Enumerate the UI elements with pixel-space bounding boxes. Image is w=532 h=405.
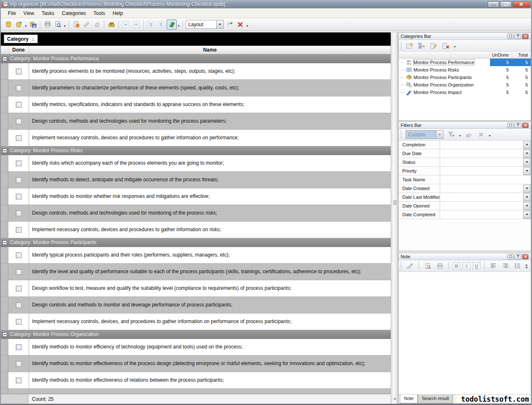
filter-value-cell[interactable]: [440, 202, 523, 210]
note-tab-search-result[interactable]: Search result: [418, 395, 453, 403]
collapse-icon[interactable]: –: [2, 332, 7, 337]
category-tree-row[interactable]: Monitor Process Performance55: [399, 59, 531, 66]
task-checkbox[interactable]: [16, 319, 22, 325]
panel-pin-button[interactable]: [515, 254, 521, 259]
panel-minimize-button[interactable]: [507, 254, 514, 259]
task-checkbox[interactable]: [16, 361, 22, 367]
category-group-row[interactable]: –Category: Monitor Process Participants: [1, 238, 391, 247]
task-row[interactable]: Identify metrics, specifications, indica…: [1, 96, 391, 113]
menu-item-categories[interactable]: Categories: [58, 9, 90, 18]
filter-preset-dropdown-button[interactable]: [436, 131, 443, 138]
close-button[interactable]: [512, 1, 530, 7]
underline-button[interactable]: U: [473, 262, 480, 270]
open-database-button[interactable]: [14, 20, 24, 30]
menu-item-help[interactable]: Help: [109, 9, 127, 18]
task-checkbox[interactable]: [16, 302, 22, 308]
task-row[interactable]: Identify methods to monitor efficiency o…: [1, 339, 391, 356]
task-row[interactable]: Identify process elements to be monitore…: [1, 63, 391, 80]
categories-toolbar-dropdown[interactable]: ▾: [453, 43, 456, 51]
collapse-icon[interactable]: –: [2, 240, 7, 245]
filter-dropdown-button[interactable]: [523, 211, 530, 219]
task-checkbox[interactable]: [16, 85, 22, 91]
filter-dropdown-button[interactable]: [523, 158, 530, 166]
task-checkbox[interactable]: [16, 378, 22, 383]
find-button[interactable]: [106, 20, 116, 30]
move-task-button[interactable]: [92, 20, 102, 30]
filter-dropdown-button[interactable]: [523, 185, 530, 193]
filter-dropdown-button[interactable]: [523, 193, 530, 201]
toolbar-overflow-dropdown[interactable]: ▾: [246, 22, 249, 30]
task-row[interactable]: Implement necessary controls, devices an…: [1, 130, 391, 146]
task-row[interactable]: Identify typical process participants an…: [1, 247, 391, 264]
task-row[interactable]: Implement necessary controls, devices an…: [1, 222, 391, 238]
task-checkbox[interactable]: [16, 135, 22, 141]
task-row[interactable]: Design controls and methods to monitor a…: [1, 297, 391, 314]
group-by-panel[interactable]: Category △: [1, 32, 391, 46]
menu-item-file[interactable]: File: [4, 9, 20, 18]
filter-value-cell[interactable]: [440, 175, 531, 184]
filter-dropdown-button[interactable]: [523, 167, 530, 175]
category-tree-row[interactable]: Monitor Process Impact55: [399, 89, 531, 96]
restore-button[interactable]: [500, 1, 512, 7]
new-database-button[interactable]: [3, 20, 13, 30]
task-checkbox[interactable]: [16, 102, 22, 108]
bullet-list-button[interactable]: [512, 262, 522, 271]
task-checkbox[interactable]: [16, 269, 22, 275]
apply-layout-button[interactable]: [225, 20, 235, 30]
vertical-splitter[interactable]: [391, 32, 398, 404]
task-row[interactable]: Design controls, methods and technologie…: [1, 205, 391, 222]
align-left-button[interactable]: [488, 262, 498, 271]
task-checkbox[interactable]: [16, 177, 22, 183]
filter-value-cell[interactable]: [440, 184, 523, 193]
task-checkbox[interactable]: [16, 252, 22, 258]
task-checkbox[interactable]: [16, 286, 22, 291]
open-database-dropdown[interactable]: ▾: [24, 22, 27, 30]
scroll-bottom-button[interactable]: [146, 20, 156, 30]
splitter-grip[interactable]: [393, 200, 397, 201]
chevron-down-icon[interactable]: [525, 267, 528, 269]
layout-view-dropdown[interactable]: ▾: [177, 22, 180, 30]
filter-preset-combobox[interactable]: Custom: [406, 130, 443, 139]
task-row[interactable]: Identify methods to monitor effectivenes…: [1, 372, 391, 389]
task-checkbox[interactable]: [16, 227, 22, 233]
menu-item-tools[interactable]: Tools: [90, 9, 109, 18]
filters-toolbar-dropdown[interactable]: ▾: [488, 132, 491, 140]
task-row[interactable]: Implement necessary controls, devices, a…: [1, 314, 391, 330]
layout-view-button[interactable]: [167, 20, 177, 30]
task-row[interactable]: Design workflow to test, measure and qua…: [1, 280, 391, 297]
panel-close-button[interactable]: [522, 123, 529, 128]
note-text-area[interactable]: [399, 272, 531, 394]
panel-pin-button[interactable]: [515, 123, 521, 128]
new-task-button[interactable]: [71, 20, 81, 30]
filter-dropdown-button[interactable]: [523, 150, 530, 158]
toolbar-grip[interactable]: [401, 42, 402, 49]
italic-button[interactable]: I: [463, 262, 470, 270]
note-print-button[interactable]: [435, 262, 445, 271]
filter-value-cell[interactable]: [440, 167, 523, 175]
scrollbar-down-button[interactable]: [392, 396, 397, 402]
task-checkbox[interactable]: [16, 69, 22, 74]
task-row[interactable]: Identify methods to monitor effectivenes…: [1, 356, 391, 372]
task-row[interactable]: Design controls, methods and technologie…: [1, 113, 391, 130]
task-checkbox[interactable]: [16, 119, 22, 124]
clear-filter-button[interactable]: [464, 130, 474, 139]
insert-link-button[interactable]: [405, 262, 415, 271]
name-column-header[interactable]: Name: [29, 47, 391, 53]
menu-item-tasks[interactable]: Tasks: [38, 9, 58, 18]
layout-combobox-button[interactable]: [216, 20, 223, 28]
menu-item-view[interactable]: View: [20, 9, 38, 18]
minimize-button[interactable]: [488, 1, 499, 7]
edit-category-button[interactable]: [429, 41, 439, 50]
filter-value-cell[interactable]: [440, 158, 523, 166]
note-tab-note[interactable]: Note: [400, 395, 418, 403]
panel-minimize-button[interactable]: [507, 34, 514, 39]
filter-dropdown-button[interactable]: [523, 202, 530, 210]
toolbar-overflow-icon[interactable]: »: [525, 264, 528, 267]
task-checkbox[interactable]: [16, 161, 22, 166]
print-button[interactable]: [42, 20, 52, 30]
panel-close-button[interactable]: [522, 34, 529, 39]
filter-value-cell[interactable]: [440, 193, 523, 201]
category-group-row[interactable]: –Category: Monitor Process Performance: [1, 54, 391, 63]
print-preview-button[interactable]: [53, 20, 63, 30]
task-row[interactable]: Design controls and methods to monitor h…: [1, 389, 391, 394]
